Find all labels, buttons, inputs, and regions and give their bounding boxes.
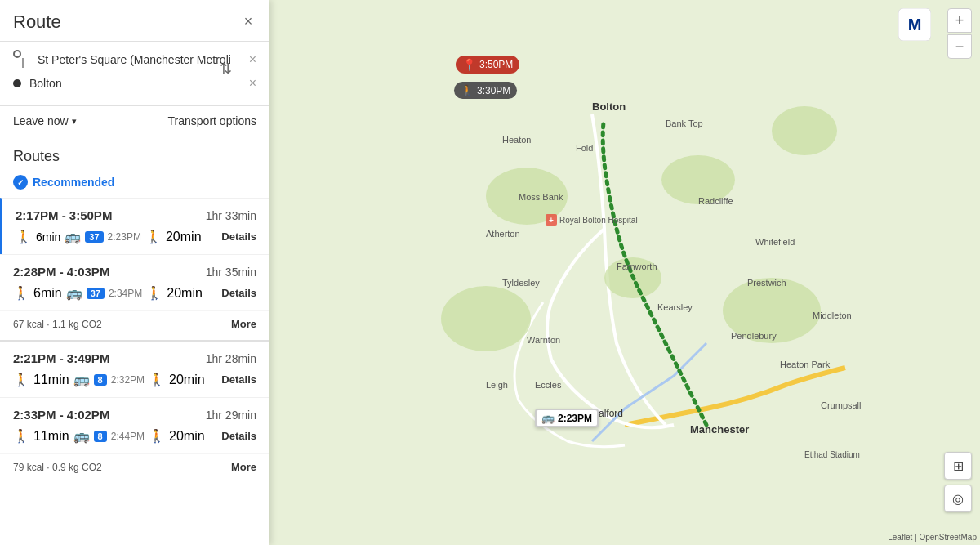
zoom-controls: + − (947, 8, 972, 59)
route-3-duration: 1hr 28min (206, 352, 256, 365)
eco-info-1: 67 kcal · 1.1 kg CO2 More (0, 310, 270, 337)
svg-text:Tyldesley: Tyldesley (502, 278, 540, 288)
svg-text:Leigh: Leigh (486, 380, 508, 390)
walk-time: 3:30PM (477, 85, 510, 96)
sidebar: Route × × × ⇅ Leave now ▾ (0, 0, 270, 545)
route-3-walk1-time: 11min (33, 373, 69, 387)
svg-text:M: M (908, 16, 922, 34)
destination-clear-button[interactable]: × (249, 76, 256, 91)
svg-text:Atherton: Atherton (486, 229, 520, 239)
bus-marker: 🚌 2:23PM (535, 409, 599, 427)
svg-text:Bank Top: Bank Top (666, 118, 703, 128)
page-title: Route (13, 11, 256, 33)
svg-text:Etihad Stadium: Etihad Stadium (804, 450, 860, 459)
route-card-3[interactable]: 2:21PM - 3:49PM 1hr 28min 🚶 11min 🚌 8 2:… (0, 340, 270, 397)
route-2-bus-icon: 🚌 (66, 285, 82, 301)
origin-clear-button[interactable]: × (249, 52, 256, 67)
destination-input[interactable] (29, 77, 246, 90)
route-4-bus-number: 8 (94, 431, 107, 442)
svg-text:Warnton: Warnton (527, 335, 560, 345)
layers-button[interactable]: ⊞ (944, 452, 972, 480)
eco-label-2: 79 kcal · 0.9 kg CO2 (13, 462, 102, 473)
route-4-walk2-icon: 🚶 (149, 428, 165, 444)
location-icon: ◎ (952, 491, 964, 507)
svg-text:Whitefield: Whitefield (755, 237, 795, 247)
origin-dot (13, 50, 21, 58)
eco-label-1: 67 kcal · 1.1 kg CO2 (13, 319, 102, 330)
sidebar-header: Route × (0, 0, 270, 42)
svg-text:+: + (549, 216, 554, 225)
svg-text:Fold: Fold (576, 143, 593, 153)
route-3-bus-number: 8 (94, 374, 107, 386)
route-4-bus-icon: 🚌 (74, 428, 90, 444)
route-line (22, 58, 24, 68)
map-attribution: Leaflet | OpenStreetMap (888, 533, 977, 542)
chevron-down-icon: ▾ (72, 116, 77, 127)
route-3-walk2-icon: 🚶 (149, 372, 165, 387)
svg-text:Heaton: Heaton (502, 135, 531, 145)
arrival-marker: 📍 3:50PM (456, 56, 519, 74)
route-1-bus-icon: 🚌 (65, 229, 81, 244)
route-1-bus-number: 37 (85, 231, 103, 243)
inputs-section: × × ⇅ (0, 42, 270, 106)
svg-text:Kearsley: Kearsley (657, 302, 693, 312)
recommended-check-icon: ✓ (13, 175, 28, 190)
eco-info-2: 79 kcal · 0.9 kg CO2 More (0, 453, 270, 480)
route-2-walk1-time: 6min (33, 286, 62, 301)
svg-text:Heaton Park: Heaton Park (780, 360, 831, 369)
svg-text:Bolton: Bolton (592, 101, 626, 113)
route-2-bus-depart: 2:34PM (109, 288, 142, 299)
bus-time: 2:23PM (558, 413, 592, 424)
route-2-walk1-icon: 🚶 (13, 285, 29, 301)
routes-list: Routes ✓ Recommended 2:17PM - 3:50PM 1hr… (0, 136, 270, 545)
route-2-details-button[interactable]: Details (221, 287, 256, 299)
more-button-1[interactable]: More (231, 318, 256, 330)
route-2-walk2-icon: 🚶 (146, 285, 163, 301)
transport-options-button[interactable]: Transport options (168, 114, 256, 127)
route-1-walk1-time: 6min (36, 230, 60, 243)
route-2-walk2-time: 20min (167, 286, 203, 301)
route-1-walk2-time: 20min (166, 230, 202, 244)
route-3-walk2-time: 20min (169, 373, 205, 387)
close-button[interactable]: × (238, 11, 258, 31)
more-button-2[interactable]: More (231, 461, 256, 473)
route-3-walk1-icon: 🚶 (13, 372, 29, 387)
svg-text:Crumpsall: Crumpsall (821, 400, 862, 410)
svg-text:Eccles: Eccles (535, 380, 562, 390)
svg-text:Farnworth: Farnworth (617, 261, 657, 271)
location-button[interactable]: ◎ (944, 485, 972, 512)
recommended-label: Recommended (33, 176, 114, 189)
layers-icon: ⊞ (953, 458, 964, 474)
route-3-times: 2:21PM - 3:49PM (13, 351, 109, 365)
svg-text:Manchester: Manchester (690, 423, 749, 436)
route-3-bus-depart: 2:32PM (111, 374, 145, 386)
svg-text:Prestwich: Prestwich (747, 278, 786, 288)
zoom-in-button[interactable]: + (947, 8, 972, 33)
route-1-details-button[interactable]: Details (221, 230, 256, 243)
svg-text:Moss Bank: Moss Bank (519, 192, 564, 202)
route-2-duration: 1hr 35min (206, 266, 256, 279)
walk-marker: 🚶 3:30PM (454, 82, 517, 99)
route-card-1[interactable]: 2:17PM - 3:50PM 1hr 33min 🚶 6min 🚌 37 2:… (0, 198, 270, 254)
route-1-walk1-icon: 🚶 (16, 229, 32, 244)
route-1-duration: 1hr 33min (206, 209, 256, 222)
origin-input[interactable] (38, 53, 246, 66)
route-2-times: 2:28PM - 4:03PM (13, 265, 109, 279)
route-2-bus-number: 37 (87, 288, 105, 299)
route-4-walk1-time: 11min (33, 429, 69, 444)
swap-inputs-button[interactable]: ⇅ (220, 60, 232, 78)
route-3-details-button[interactable]: Details (221, 373, 256, 386)
arrival-time: 3:50PM (479, 59, 513, 70)
route-4-walk1-icon: 🚶 (13, 428, 29, 444)
route-card-2[interactable]: 2:28PM - 4:03PM 1hr 35min 🚶 6min 🚌 37 2:… (0, 254, 270, 310)
leave-now-button[interactable]: Leave now ▾ (13, 114, 77, 127)
route-4-times: 2:33PM - 4:02PM (13, 408, 109, 422)
route-4-duration: 1hr 29min (206, 409, 256, 422)
zoom-out-button[interactable]: − (947, 34, 972, 59)
route-card-4[interactable]: 2:33PM - 4:02PM 1hr 29min 🚶 11min 🚌 8 2:… (0, 397, 270, 453)
svg-text:Radcliffe: Radcliffe (698, 196, 733, 206)
metrolink-logo: M (898, 8, 931, 44)
svg-point-4 (441, 286, 531, 351)
route-1-bus-depart: 2:23PM (108, 231, 141, 243)
route-4-details-button[interactable]: Details (221, 430, 256, 442)
